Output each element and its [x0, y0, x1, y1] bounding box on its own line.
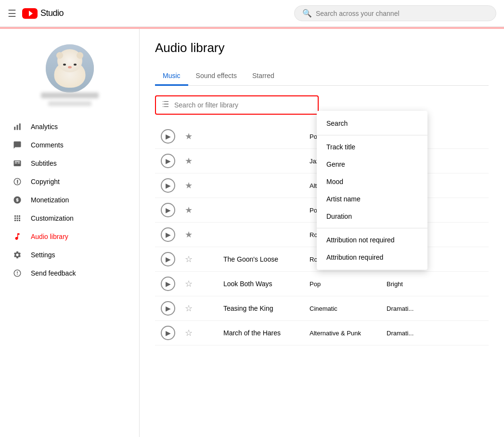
sidebar-item-monetization-label: Monetization [31, 196, 69, 204]
play-button[interactable]: ▶ [161, 252, 175, 266]
play-button[interactable]: ▶ [161, 326, 175, 340]
topbar-search-bar[interactable]: 🔍 [294, 5, 496, 21]
star-button[interactable]: ★ [185, 131, 204, 142]
search-filter-bar[interactable] [155, 95, 319, 115]
tab-music[interactable]: Music [155, 67, 188, 86]
track-mood: Dramati... [387, 305, 444, 312]
dropdown-item-track-title[interactable]: Track title [317, 138, 427, 156]
track-mood: Dramati... [387, 330, 444, 337]
star-button[interactable]: ★ [185, 180, 204, 191]
track-mood: Bright [387, 280, 444, 288]
sidebar-item-subtitles-label: Subtitles [31, 159, 57, 167]
loading-bar [0, 27, 504, 29]
monetization-icon [12, 196, 23, 204]
play-button[interactable]: ▶ [161, 178, 175, 193]
topbar-left: ☰ Studio [8, 8, 64, 19]
play-button[interactable]: ▶ [161, 301, 175, 316]
audio-library-icon [12, 232, 23, 241]
comments-icon [12, 141, 23, 149]
play-button[interactable]: ▶ [161, 203, 175, 217]
sidebar-item-send-feedback-label: Send feedback [31, 269, 76, 277]
sidebar-item-send-feedback[interactable]: Send feedback [0, 264, 139, 282]
topbar-search-input[interactable] [316, 10, 488, 17]
channel-info [0, 37, 139, 118]
customization-icon [12, 214, 23, 223]
topbar: ☰ Studio 🔍 [0, 0, 504, 27]
dropdown-item-mood[interactable]: Mood [317, 173, 427, 190]
sidebar-item-settings[interactable]: Settings [0, 246, 139, 264]
tab-starred[interactable]: Starred [245, 67, 282, 86]
main-layout: Analytics Comments Subtitles Copyright [0, 29, 504, 437]
search-filter-input[interactable] [174, 101, 312, 109]
star-button[interactable]: ☆ [185, 278, 204, 289]
track-genre: Pop [310, 280, 387, 288]
dropdown-item-attribution-required[interactable]: Attribution required [317, 249, 427, 266]
sidebar-item-settings-label: Settings [31, 251, 55, 259]
dropdown-divider-1 [317, 135, 427, 135]
dropdown-item-attribution-not-required[interactable]: Attribution not required [317, 231, 427, 249]
star-button[interactable]: ☆ [185, 254, 204, 265]
tabs: Music Sound effects Starred [155, 67, 489, 86]
tab-sound-effects[interactable]: Sound effects [188, 67, 245, 86]
sidebar-item-copyright[interactable]: Copyright [0, 172, 139, 191]
studio-label: Studio [40, 8, 64, 18]
svg-marker-0 [29, 11, 33, 16]
avatar [46, 44, 94, 93]
dropdown-item-search[interactable]: Search [317, 115, 427, 132]
star-button[interactable]: ☆ [185, 303, 204, 314]
play-button[interactable]: ▶ [161, 227, 175, 242]
youtube-studio-logo[interactable]: Studio [22, 8, 64, 19]
channel-name [41, 93, 99, 98]
subtitles-icon [12, 159, 23, 168]
sidebar-item-audio-library[interactable]: Audio library [0, 227, 139, 246]
sidebar-item-subtitles[interactable]: Subtitles [0, 154, 139, 172]
track-genre: Alternative & Punk [310, 330, 387, 337]
settings-icon [12, 251, 23, 259]
table-row: ▶ ☆ Look Both Ways Pop Bright [155, 272, 489, 296]
track-name: The Goon's Loose [223, 255, 310, 263]
sidebar-item-customization[interactable]: Customization [0, 209, 139, 227]
svg-rect-2 [17, 125, 18, 130]
track-genre: Cinematic [310, 305, 387, 312]
star-button[interactable]: ☆ [185, 328, 204, 338]
sidebar-item-comments-label: Comments [31, 141, 64, 149]
play-button[interactable]: ▶ [161, 129, 175, 144]
svg-rect-1 [14, 127, 15, 130]
sidebar-item-monetization[interactable]: Monetization [0, 191, 139, 209]
main-content: Audio library Music Sound effects Starre… [140, 29, 504, 437]
track-name: Teasing the King [223, 305, 310, 312]
sidebar-item-comments[interactable]: Comments [0, 136, 139, 154]
dropdown-item-artist-name[interactable]: Artist name [317, 190, 427, 208]
sidebar-item-customization-label: Customization [31, 214, 74, 222]
star-button[interactable]: ★ [185, 229, 204, 240]
table-row: ▶ ☆ Teasing the King Cinematic Dramati..… [155, 296, 489, 321]
feedback-icon [12, 269, 23, 278]
filter-dropdown: Search Track title Genre Mood Artist nam… [317, 111, 427, 270]
table-row: ▶ ☆ March of the Hares Alternative & Pun… [155, 321, 489, 345]
play-button[interactable]: ▶ [161, 154, 175, 168]
yt-icon [22, 8, 38, 19]
svg-rect-3 [19, 123, 21, 130]
sidebar-item-analytics-label: Analytics [31, 123, 58, 131]
sidebar: Analytics Comments Subtitles Copyright [0, 29, 140, 437]
track-name: Look Both Ways [223, 280, 310, 288]
filter-icon [162, 100, 169, 110]
analytics-icon [12, 122, 23, 131]
sidebar-item-analytics[interactable]: Analytics [0, 118, 139, 136]
dropdown-item-genre[interactable]: Genre [317, 156, 427, 173]
play-button[interactable]: ▶ [161, 277, 175, 291]
dropdown-divider-2 [317, 228, 427, 228]
menu-icon[interactable]: ☰ [8, 8, 16, 19]
dropdown-item-duration[interactable]: Duration [317, 208, 427, 225]
star-button[interactable]: ★ [185, 205, 204, 215]
topbar-search-icon: 🔍 [302, 9, 312, 18]
sidebar-item-audio-library-label: Audio library [31, 233, 68, 240]
page-title: Audio library [155, 40, 489, 55]
star-button[interactable]: ★ [185, 156, 204, 166]
track-name: March of the Hares [223, 329, 310, 337]
sidebar-item-copyright-label: Copyright [31, 178, 60, 185]
copyright-icon [12, 177, 23, 186]
sidebar-nav: Analytics Comments Subtitles Copyright [0, 118, 139, 282]
channel-subtitle [48, 101, 91, 106]
